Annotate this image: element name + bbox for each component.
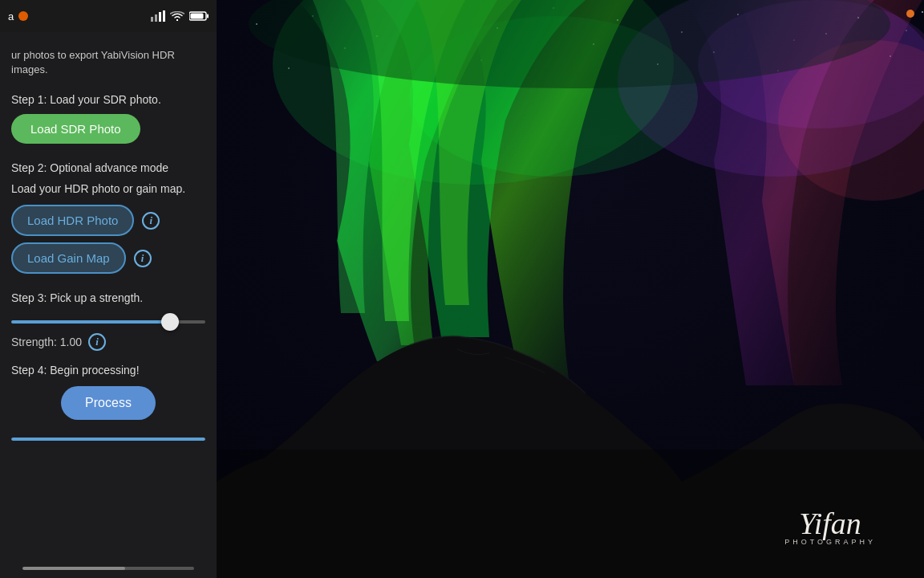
scroll-indicator	[22, 567, 194, 570]
strength-info-icon[interactable]: i	[88, 333, 106, 351]
recording-dot	[18, 11, 28, 21]
step2-label2: Load your HDR photo or gain map.	[11, 182, 205, 195]
sidebar-intro: ur photos to export YabiVision HDR image…	[11, 48, 205, 77]
photographer-watermark: Yifan PHOTOGRAPHY	[784, 506, 876, 546]
sidebar: ur photos to export YabiVision HDR image…	[0, 0, 217, 578]
step2-label1: Step 2: Optional advance mode	[11, 161, 205, 174]
status-icons	[151, 10, 209, 22]
step1-label: Step 1: Load your SDR photo.	[11, 93, 205, 106]
step2-group: Step 2: Optional advance mode Load your …	[11, 161, 205, 274]
svg-rect-0	[151, 17, 153, 22]
svg-rect-5	[207, 14, 209, 18]
scroll-area	[0, 556, 217, 578]
load-gainmap-button[interactable]: Load Gain Map	[11, 242, 126, 274]
orange-indicator-dot	[906, 10, 914, 18]
strength-slider[interactable]	[11, 320, 205, 324]
status-time: a	[8, 10, 14, 22]
watermark-subtitle: PHOTOGRAPHY	[784, 538, 876, 546]
step3-label: Step 3: Pick up a strength.	[11, 291, 205, 304]
step4-label: Step 4: Begin processing!	[11, 364, 205, 377]
battery-icon	[189, 11, 209, 21]
load-hdr-button[interactable]: Load HDR Photo	[11, 205, 134, 236]
svg-rect-3	[163, 10, 165, 22]
status-bar: a	[0, 0, 217, 32]
step4-group: Step 4: Begin processing! Process	[11, 364, 205, 420]
strength-slider-container	[11, 312, 205, 327]
svg-point-30	[922, 11, 923, 13]
hdr-row: Load HDR Photo i	[11, 205, 205, 236]
watermark-name: Yifan	[784, 506, 876, 541]
main-image-area: Yifan PHOTOGRAPHY	[217, 0, 924, 578]
step1-group: Step 1: Load your SDR photo. Load SDR Ph…	[11, 93, 205, 144]
strength-label-row: Strength: 1.00 i	[11, 333, 205, 351]
svg-rect-2	[159, 12, 161, 22]
signal-icon	[151, 10, 165, 22]
gainmap-row: Load Gain Map i	[11, 242, 205, 274]
progress-bar-fill	[11, 438, 205, 441]
step3-group: Step 3: Pick up a strength. Strength: 1.…	[11, 291, 205, 351]
wifi-icon	[170, 11, 184, 22]
scroll-indicator-fill	[22, 567, 125, 570]
aurora-scene	[217, 0, 924, 578]
load-sdr-button[interactable]: Load SDR Photo	[11, 114, 140, 144]
progress-bar-container	[11, 438, 205, 441]
process-button[interactable]: Process	[61, 386, 156, 420]
hdr-info-icon[interactable]: i	[142, 212, 160, 230]
strength-value: Strength: 1.00	[11, 336, 82, 348]
svg-rect-6	[191, 14, 204, 19]
gainmap-info-icon[interactable]: i	[134, 250, 152, 267]
svg-rect-1	[155, 14, 157, 22]
